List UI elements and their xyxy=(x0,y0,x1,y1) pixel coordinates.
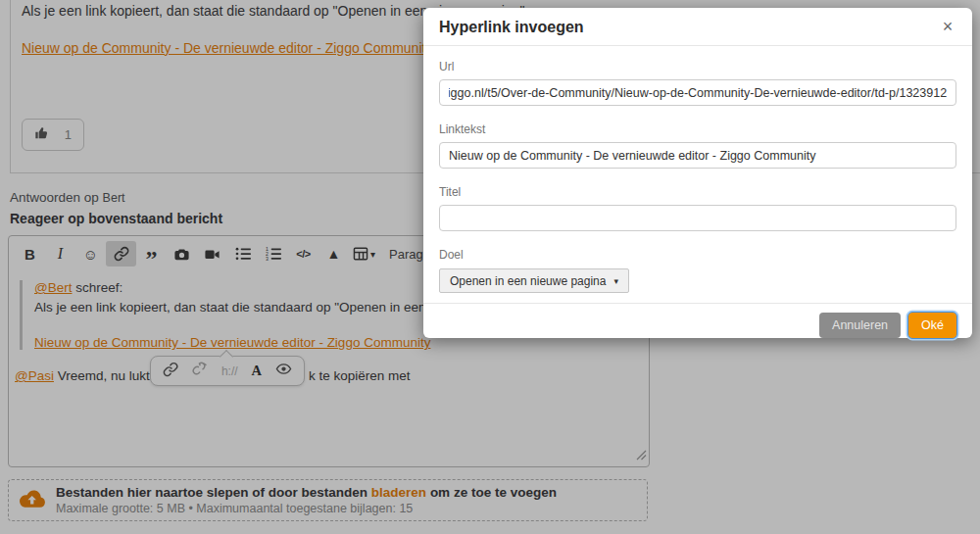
doel-selected-value: Openen in een nieuwe pagina xyxy=(450,274,606,288)
chevron-down-icon: ▾ xyxy=(613,276,618,286)
doel-label: Doel xyxy=(439,248,956,262)
insert-hyperlink-dialog: Hyperlink invoegen × Url Linktekst Titel… xyxy=(423,8,972,338)
dialog-body: Url Linktekst Titel Doel Openen in een n… xyxy=(423,46,972,303)
titel-input[interactable] xyxy=(439,205,956,231)
close-icon[interactable]: × xyxy=(937,16,958,37)
url-label: Url xyxy=(439,60,956,73)
titel-label: Titel xyxy=(439,185,956,199)
dialog-footer: Annuleren Oké xyxy=(423,303,972,338)
dialog-header: Hyperlink invoegen × xyxy=(423,8,972,46)
url-input[interactable] xyxy=(439,79,956,106)
doel-dropdown[interactable]: Openen in een nieuwe pagina ▾ xyxy=(439,268,629,293)
dialog-title: Hyperlink invoegen xyxy=(439,19,584,35)
ok-button[interactable]: Oké xyxy=(908,313,956,338)
linktext-label: Linktekst xyxy=(439,122,956,136)
cancel-button[interactable]: Annuleren xyxy=(819,313,901,338)
linktext-input[interactable] xyxy=(439,142,956,169)
